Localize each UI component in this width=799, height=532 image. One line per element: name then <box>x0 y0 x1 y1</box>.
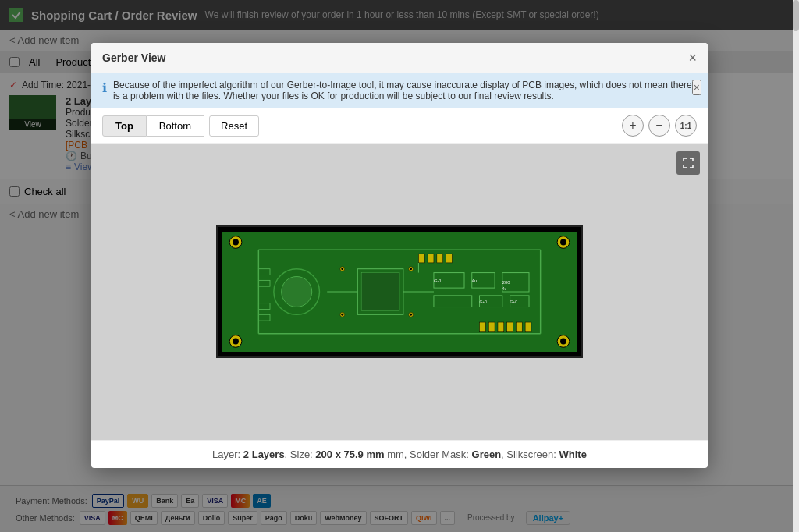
pcb-board-image: G-1 4u 200 4u G+0 G+0 <box>216 225 583 358</box>
svg-text:G-1: G-1 <box>434 278 442 283</box>
modal-alert-banner: ℹ Because of the imperfect algorithm of … <box>91 73 708 108</box>
svg-point-1 <box>233 239 239 246</box>
silkscreen-value: White <box>559 449 587 460</box>
svg-rect-18 <box>258 269 270 275</box>
svg-rect-25 <box>446 254 453 263</box>
size-value: 200 x 75.9 mm <box>315 449 384 460</box>
svg-rect-20 <box>258 303 270 310</box>
svg-text:G+0: G+0 <box>480 300 488 304</box>
svg-point-50 <box>410 314 412 316</box>
svg-rect-23 <box>428 254 434 263</box>
modal-toolbar: Top Bottom Reset + − 1:1 <box>91 108 708 144</box>
top-view-button[interactable]: Top <box>102 115 147 137</box>
svg-point-5 <box>233 339 239 345</box>
alert-close-button[interactable]: × <box>692 80 701 95</box>
layer-count-value: 2 Layers <box>243 449 285 460</box>
modal-header: Gerber View × <box>91 43 708 73</box>
modal-overlay: Gerber View × ℹ Because of the imperfect… <box>0 0 799 532</box>
zoom-controls: + − 1:1 <box>622 115 697 137</box>
svg-rect-28 <box>498 322 504 332</box>
svg-point-3 <box>560 239 566 246</box>
svg-rect-30 <box>516 322 522 332</box>
svg-rect-29 <box>507 322 513 332</box>
layer-view-buttons: Top Bottom Reset <box>102 115 259 137</box>
svg-rect-26 <box>480 322 486 332</box>
modal-footer-info: Layer: 2 Layers, Size: 200 x 75.9 mm mm,… <box>91 440 708 468</box>
bottom-view-button[interactable]: Bottom <box>147 115 204 137</box>
svg-rect-22 <box>418 254 424 263</box>
svg-rect-31 <box>525 322 531 332</box>
svg-rect-19 <box>258 280 270 286</box>
zoom-in-button[interactable]: + <box>622 115 644 137</box>
alert-text: Because of the imperfect algorithm of ou… <box>113 80 697 101</box>
zoom-out-button[interactable]: − <box>648 115 670 137</box>
svg-point-48 <box>410 268 412 270</box>
svg-point-44 <box>341 268 343 270</box>
gerber-view-modal: Gerber View × ℹ Because of the imperfect… <box>91 43 708 468</box>
reset-button[interactable]: Reset <box>209 115 259 137</box>
modal-close-button[interactable]: × <box>688 51 697 65</box>
svg-text:G+0: G+0 <box>510 300 518 304</box>
svg-rect-21 <box>258 314 270 321</box>
svg-text:4u: 4u <box>502 287 507 291</box>
svg-point-9 <box>282 276 312 307</box>
svg-text:200: 200 <box>502 280 511 285</box>
pcb-circuit-svg: G-1 4u 200 4u G+0 G+0 <box>218 227 581 356</box>
svg-point-7 <box>560 339 566 345</box>
modal-title: Gerber View <box>102 51 165 64</box>
svg-rect-15 <box>434 296 472 307</box>
pcb-display-area: G-1 4u 200 4u G+0 G+0 <box>91 144 708 440</box>
info-icon: ℹ <box>102 80 107 95</box>
svg-point-46 <box>341 314 343 316</box>
svg-rect-24 <box>437 254 443 263</box>
svg-rect-27 <box>488 322 495 332</box>
solder-mask-value: Green <box>472 449 502 460</box>
svg-rect-11 <box>361 273 400 311</box>
zoom-reset-button[interactable]: 1:1 <box>675 115 697 137</box>
fullscreen-button[interactable] <box>676 151 700 175</box>
layer-info: Layer: 2 Layers, Size: 200 x 75.9 mm mm,… <box>212 449 587 460</box>
svg-text:4u: 4u <box>472 278 478 283</box>
